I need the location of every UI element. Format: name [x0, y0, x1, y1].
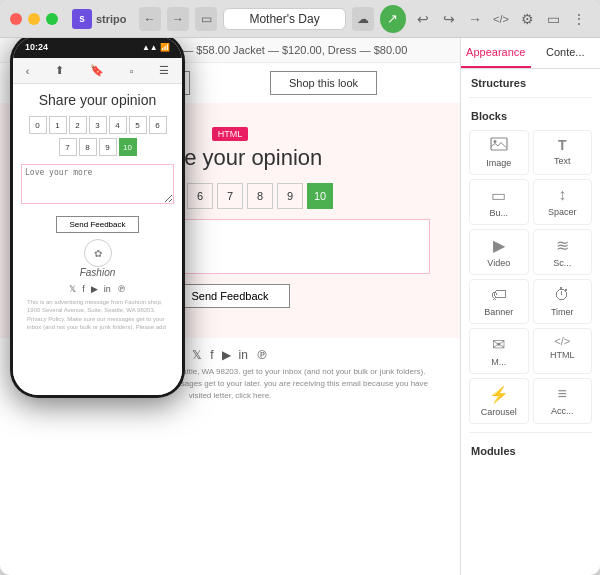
phone-num-4[interactable]: 4 [109, 116, 127, 134]
tab-content[interactable]: Conte... [531, 38, 601, 68]
shop-look-button-2[interactable]: Shop this look [270, 71, 377, 95]
phone-facebook-icon: f [82, 284, 85, 294]
timer-block-icon: ⏱ [554, 286, 570, 304]
phone-fashion-text: Fashion [21, 267, 174, 278]
share-button[interactable]: ↗ [380, 5, 406, 33]
svg-point-1 [493, 140, 496, 143]
url-bar[interactable]: Mother's Day [223, 8, 345, 30]
block-m[interactable]: ✉ M... [469, 328, 529, 374]
phone-num-6[interactable]: 6 [149, 116, 167, 134]
phone-time: 10:24 [25, 42, 48, 52]
image-block-icon [490, 137, 508, 155]
phone-pinterest-icon: ℗ [117, 284, 126, 294]
arrow-button[interactable]: → [464, 8, 486, 30]
spacer-block-icon: ↕ [558, 186, 566, 204]
html-block-icon: </> [554, 335, 570, 347]
phone-num-9[interactable]: 9 [99, 138, 117, 156]
phone-num-3[interactable]: 3 [89, 116, 107, 134]
video-block-label: Video [487, 258, 510, 268]
youtube-icon: ▶ [222, 348, 231, 362]
num-box-7[interactable]: 7 [217, 183, 243, 209]
image-block-label: Image [486, 158, 511, 168]
block-text[interactable]: T Text [533, 130, 593, 175]
num-box-6[interactable]: 6 [187, 183, 213, 209]
phone-toolbar: ‹ ⬆ 🔖 ▫ ☰ [13, 58, 182, 84]
cloud-button[interactable]: ☁ [352, 7, 374, 31]
traffic-lights [10, 13, 58, 25]
settings-button[interactable]: ⚙ [516, 8, 538, 30]
facebook-icon: f [210, 348, 213, 362]
phone-fashion-circle-icon: ✿ [84, 239, 112, 267]
phone-num-5[interactable]: 5 [129, 116, 147, 134]
close-button[interactable] [10, 13, 22, 25]
phone-num-8[interactable]: 8 [79, 138, 97, 156]
menu-button[interactable]: ⋮ [568, 8, 590, 30]
phone-back-icon[interactable]: ‹ [26, 65, 30, 77]
maximize-button[interactable] [46, 13, 58, 25]
block-banner[interactable]: 🏷 Banner [469, 279, 529, 324]
carousel-block-label: Carousel [481, 407, 517, 417]
phone-num-1[interactable]: 1 [49, 116, 67, 134]
blocks-title: Blocks [461, 102, 600, 126]
view-toggle[interactable]: ▭ [195, 7, 217, 31]
mac-window: s stripo ← → ▭ Mother's Day ☁ ↗ ↩ ↪ → </… [0, 0, 600, 575]
button-block-icon: ▭ [491, 186, 506, 205]
spacer-block-label: Spacer [548, 207, 577, 217]
block-video[interactable]: ▶ Video [469, 229, 529, 275]
scroll-block-icon: ≋ [556, 236, 569, 255]
phone-linkedin-icon: in [104, 284, 111, 294]
share-icon: ↗ [387, 11, 398, 26]
devices-button[interactable]: ▭ [542, 8, 564, 30]
send-feedback-button[interactable]: Send Feedback [170, 284, 289, 308]
phone-status-bar: 10:24 ▲▲ 📶 [13, 38, 182, 58]
phone-tabs-icon[interactable]: ▫ [130, 65, 134, 77]
block-accordion[interactable]: ≡ Acc... [533, 378, 593, 424]
tab-appearance[interactable]: Appearance [461, 38, 531, 68]
phone-inner: 10:24 ▲▲ 📶 ‹ ⬆ 🔖 ▫ ☰ [13, 38, 182, 395]
m-block-label: M... [491, 357, 506, 367]
phone-num-10[interactable]: 10 [119, 138, 137, 156]
phone-twitter-icon: 𝕏 [69, 284, 76, 294]
accordion-block-icon: ≡ [558, 385, 567, 403]
code-button[interactable]: </> [490, 8, 512, 30]
phone-email-preview: Share your opinion 0 1 2 3 4 5 6 [13, 84, 182, 340]
phone-num-0[interactable]: 0 [29, 116, 47, 134]
back-button[interactable]: ← [139, 7, 161, 31]
undo-button[interactable]: ↩ [412, 8, 434, 30]
stripo-logo-text: stripo [96, 13, 127, 25]
block-timer[interactable]: ⏱ Timer [533, 279, 593, 324]
scroll-block-label: Sc... [553, 258, 571, 268]
accordion-block-label: Acc... [551, 406, 574, 416]
structures-title: Structures [461, 69, 600, 93]
phone-num-2[interactable]: 2 [69, 116, 87, 134]
phone-social-row: 𝕏 f ▶ in ℗ [21, 284, 174, 294]
block-scroll[interactable]: ≋ Sc... [533, 229, 593, 275]
block-spacer[interactable]: ↕ Spacer [533, 179, 593, 225]
editor-canvas: Sundress — $100.00, Hat — $58.00 Jacket … [0, 38, 460, 575]
banner-block-label: Banner [484, 307, 513, 317]
phone-num-7[interactable]: 7 [59, 138, 77, 156]
block-button[interactable]: ▭ Bu... [469, 179, 529, 225]
minimize-button[interactable] [28, 13, 40, 25]
pinterest-icon: ℗ [256, 348, 268, 362]
video-block-icon: ▶ [493, 236, 505, 255]
num-box-10[interactable]: 10 [307, 183, 333, 209]
num-box-8[interactable]: 8 [247, 183, 273, 209]
phone-menu-icon[interactable]: ☰ [159, 64, 169, 77]
block-image[interactable]: Image [469, 130, 529, 175]
carousel-block-icon: ⚡ [489, 385, 509, 404]
phone-feedback-textarea[interactable] [21, 164, 174, 204]
phone-send-button[interactable]: Send Feedback [56, 216, 138, 233]
toolbar-icons: ↩ ↪ → </> ⚙ ▭ ⋮ [412, 8, 590, 30]
timer-block-label: Timer [551, 307, 574, 317]
redo-button[interactable]: ↪ [438, 8, 460, 30]
divider-1 [469, 97, 592, 98]
block-carousel[interactable]: ⚡ Carousel [469, 378, 529, 424]
block-html[interactable]: </> HTML [533, 328, 593, 374]
phone-notch [75, 41, 115, 53]
phone-share-icon[interactable]: ⬆ [55, 64, 64, 77]
stripo-logo: s stripo [72, 9, 127, 29]
forward-button[interactable]: → [167, 7, 189, 31]
num-box-9[interactable]: 9 [277, 183, 303, 209]
phone-bookmark-icon[interactable]: 🔖 [90, 64, 104, 77]
